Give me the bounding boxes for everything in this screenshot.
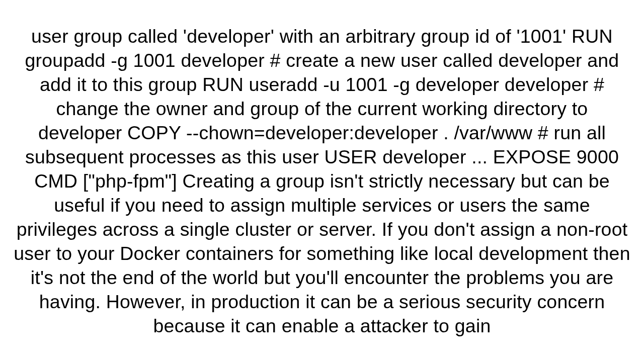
document-body-text: user group called 'developer' with an ar… — [13, 24, 631, 338]
